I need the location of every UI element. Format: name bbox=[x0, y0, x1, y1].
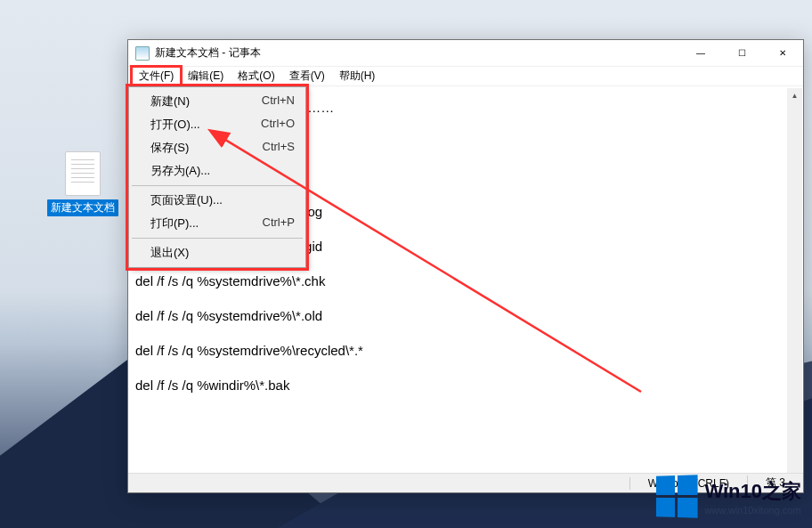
menu-item-label: 页面设置(U)... bbox=[150, 192, 295, 208]
menu-item[interactable]: 新建(N)Ctrl+N bbox=[131, 90, 304, 113]
menu-file[interactable]: 文件(F) bbox=[132, 67, 181, 85]
scroll-up-arrow[interactable]: ▲ bbox=[787, 88, 802, 103]
titlebar[interactable]: 新建文本文档 - 记事本 — ☐ ✕ bbox=[128, 40, 803, 67]
watermark-url: www.win10xitong.com bbox=[704, 505, 801, 516]
menubar: 文件(F) 编辑(E) 格式(O) 查看(V) 帮助(H) bbox=[128, 67, 803, 86]
menu-edit[interactable]: 编辑(E) bbox=[181, 67, 231, 85]
watermark: Win10之家 www.win10xitong.com bbox=[655, 475, 801, 517]
menu-item-shortcut: Ctrl+S bbox=[263, 140, 295, 156]
desktop-file-icon[interactable]: 新建文本文档 bbox=[43, 151, 123, 216]
menu-item-label: 打印(P)... bbox=[150, 215, 263, 232]
menu-item-label: 保存(S) bbox=[150, 140, 263, 156]
menu-item-shortcut: Ctrl+P bbox=[263, 215, 295, 232]
menu-separator bbox=[132, 238, 303, 239]
menu-format[interactable]: 格式(O) bbox=[231, 67, 281, 85]
menu-item-label: 另存为(A)... bbox=[150, 163, 295, 179]
watermark-title: Win10之家 bbox=[704, 478, 801, 505]
menu-item[interactable]: 打开(O)...Ctrl+O bbox=[131, 113, 304, 136]
file-menu-dropdown: 新建(N)Ctrl+N打开(O)...Ctrl+O保存(S)Ctrl+S另存为(… bbox=[128, 86, 306, 268]
menu-item-label: 新建(N) bbox=[150, 93, 262, 110]
menu-view[interactable]: 查看(V) bbox=[282, 67, 332, 85]
maximize-button[interactable]: ☐ bbox=[721, 40, 762, 67]
window-title: 新建文本文档 - 记事本 bbox=[155, 45, 680, 61]
menu-item[interactable]: 打印(P)...Ctrl+P bbox=[131, 212, 304, 235]
menu-item[interactable]: 页面设置(U)... bbox=[131, 189, 304, 212]
menu-help[interactable]: 帮助(H) bbox=[332, 67, 383, 85]
menu-separator bbox=[132, 185, 303, 186]
menu-item[interactable]: 另存为(A)... bbox=[131, 159, 304, 183]
menu-item-shortcut: Ctrl+N bbox=[262, 93, 295, 110]
vertical-scrollbar[interactable]: ▲ bbox=[787, 88, 802, 473]
menu-item-shortcut: Ctrl+O bbox=[261, 117, 295, 133]
menu-item[interactable]: 退出(X) bbox=[131, 241, 304, 264]
minimize-button[interactable]: — bbox=[680, 40, 721, 67]
text-file-icon bbox=[65, 151, 101, 196]
menu-item-label: 打开(O)... bbox=[150, 117, 261, 133]
windows-logo-icon bbox=[656, 475, 698, 518]
close-button[interactable]: ✕ bbox=[762, 40, 803, 67]
menu-item-label: 退出(X) bbox=[150, 245, 295, 261]
notepad-icon bbox=[135, 46, 150, 61]
desktop-icon-label: 新建文本文档 bbox=[47, 199, 118, 216]
menu-item[interactable]: 保存(S)Ctrl+S bbox=[131, 136, 304, 159]
